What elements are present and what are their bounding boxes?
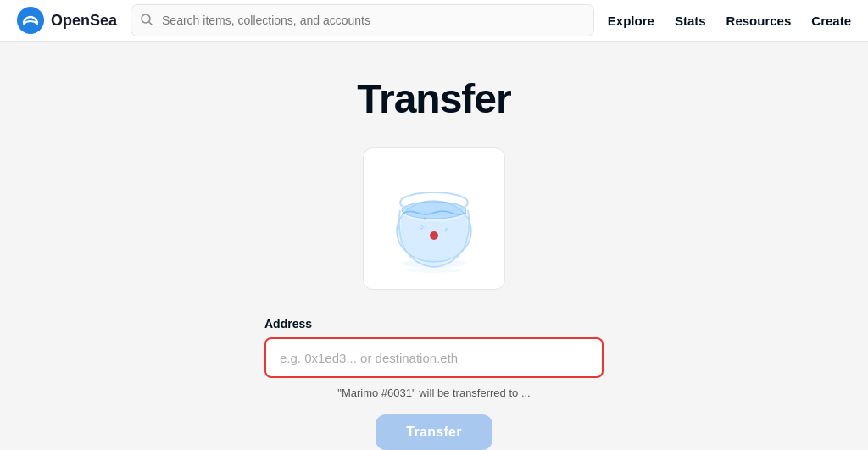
page-wrapper: OpenSea Explore Stats Resources Create T…	[0, 0, 868, 450]
nav-link-explore[interactable]: Explore	[608, 14, 654, 28]
logo-area[interactable]: OpenSea	[17, 7, 117, 34]
search-input[interactable]	[131, 4, 594, 36]
search-icon	[141, 14, 153, 28]
page-title: Transfer	[357, 75, 510, 122]
nft-card	[363, 147, 505, 290]
svg-point-5	[430, 231, 438, 240]
nav-link-create[interactable]: Create	[811, 14, 851, 28]
svg-point-9	[402, 259, 466, 268]
fishbowl-image	[379, 164, 489, 274]
transfer-button-wrapper: Transfer	[264, 414, 604, 450]
nav-link-stats[interactable]: Stats	[675, 14, 706, 28]
svg-line-1	[149, 22, 152, 25]
nav-link-resources[interactable]: Resources	[726, 14, 792, 28]
nav-links: Explore Stats Resources Create	[608, 14, 851, 28]
address-section: Address "Marimo #6031" will be transferr…	[264, 317, 604, 450]
header: OpenSea Explore Stats Resources Create	[0, 0, 868, 42]
main-content: Transfer	[0, 42, 868, 450]
transfer-note: "Marimo #6031" will be transferred to ..…	[264, 386, 604, 399]
search-bar	[131, 4, 594, 36]
address-input[interactable]	[264, 337, 604, 378]
address-label: Address	[264, 317, 312, 331]
opensea-logo-icon	[17, 7, 44, 34]
svg-point-10	[407, 268, 461, 273]
transfer-button[interactable]: Transfer	[376, 414, 492, 450]
logo-text: OpenSea	[51, 12, 117, 30]
